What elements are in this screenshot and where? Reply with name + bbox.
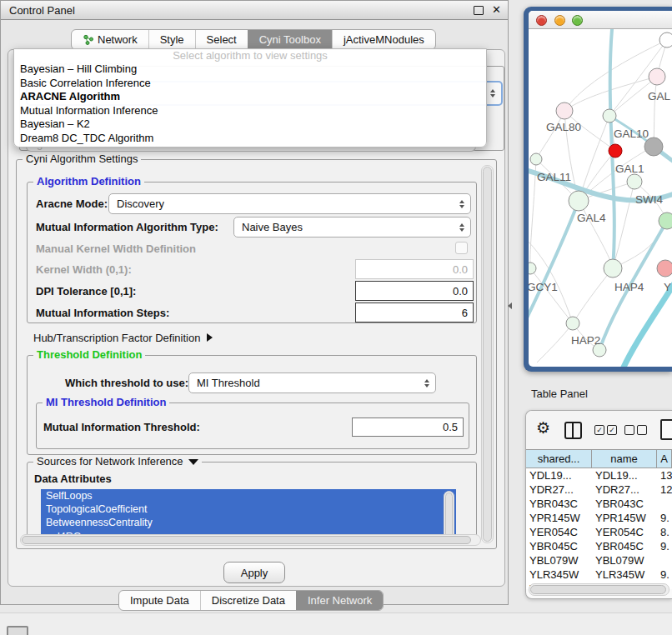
column-header-name[interactable]: name	[592, 450, 657, 468]
node-hap4	[604, 259, 622, 278]
popup-item-bayesian-k2[interactable]: Bayesian – K2	[14, 118, 486, 132]
popup-item-bayesian-hill-climbing[interactable]: Bayesian – Hill Climbing	[14, 62, 486, 77]
table-horizontal-scrollbar[interactable]	[529, 583, 669, 596]
cyni-algorithm-settings-group: Cyni Algorithm Settings Algorithm Defini…	[16, 159, 497, 549]
manual-kernel-checkbox[interactable]	[455, 242, 468, 254]
aracne-mode-combo[interactable]: Discovery	[108, 193, 471, 214]
mi-steps-field[interactable]: 6	[355, 302, 474, 322]
table-row[interactable]: YLR345WYLR345W9.	[526, 568, 672, 582]
node-gal11	[530, 153, 542, 165]
table-row[interactable]: YPR145WYPR145W9.	[526, 511, 672, 525]
sources-group: Sources for Network Inference Data Attri…	[27, 462, 477, 545]
popup-placeholder: Select algorithm to view settings	[14, 49, 486, 62]
node-label: GAL1	[615, 162, 644, 175]
algorithm-dropdown-popup: Select algorithm to view settings Bayesi…	[13, 48, 487, 148]
popup-item-dream8[interactable]: Dream8 DC_TDC Algorithm	[14, 132, 486, 146]
node-label: HAP4	[614, 281, 644, 293]
apply-button[interactable]: Apply	[223, 562, 285, 583]
close-icon[interactable]: ✕	[492, 6, 501, 14]
table-toolbar: ⚙ ✓✓	[526, 411, 672, 449]
hub-factor-expander[interactable]: Hub/Transcription Factor Definition	[33, 332, 213, 344]
table-row[interactable]: YDR27...YDR27...12	[526, 482, 672, 497]
bottom-left-widget[interactable]	[7, 626, 28, 635]
node-label: GAL	[648, 90, 671, 102]
tab-jactivemnodules[interactable]: jActiveMNodules	[332, 30, 435, 49]
tab-style[interactable]: Style	[148, 30, 195, 49]
which-threshold-combo[interactable]: MI Threshold	[188, 372, 436, 393]
mi-threshold-label: Mutual Information Threshold:	[43, 421, 200, 433]
mi-threshold-field[interactable]: 0.5	[352, 418, 464, 437]
combo-spinner-icon	[459, 200, 464, 208]
node-label: GAL4	[577, 212, 606, 224]
combo-spinner-icon	[490, 89, 495, 98]
dpi-tolerance-label: DPI Tolerance [0,1]:	[36, 285, 136, 298]
table-row[interactable]: YDL19...YDL19...13	[526, 468, 672, 482]
table-row[interactable]: YER054CYER054C8.	[526, 525, 672, 539]
node-label: SWI4	[635, 193, 663, 206]
table-row[interactable]: YBL079WYBL079W	[526, 553, 672, 568]
settings-horizontal-scrollbar[interactable]	[20, 534, 481, 546]
bottom-tab-strip: Impute Data Discretize Data Infer Networ…	[118, 590, 384, 611]
tab-cyni-toolbox[interactable]: Cyni Toolbox	[248, 30, 332, 49]
tab-impute-data[interactable]: Impute Data	[119, 591, 200, 610]
node-label: GAL80	[546, 121, 581, 133]
node-label: GCY1	[529, 281, 558, 293]
node	[659, 32, 672, 48]
list-item[interactable]: TopologicalCoefficient	[41, 502, 456, 516]
node-gal4	[569, 191, 589, 211]
settings-vertical-scrollbar[interactable]	[481, 165, 494, 543]
table-body: YDL19...YDL19...13 YDR27...YDR27...12 YB…	[526, 468, 672, 589]
tab-infer-network[interactable]: Infer Network	[296, 591, 383, 610]
float-window-icon[interactable]	[474, 6, 484, 15]
collapsed-arrow-icon	[207, 333, 213, 342]
combo-spinner-icon	[424, 379, 429, 388]
page-icon[interactable]	[660, 419, 672, 440]
column-header-shared-name[interactable]: shared...	[526, 450, 592, 468]
network-canvas[interactable]: GAL GAL80 GAL10 GAL11 GAL1 SWI4 GAL4 GCY…	[529, 29, 672, 367]
threshold-definition-group: Threshold Definition Which threshold to …	[27, 355, 477, 455]
network-icon	[83, 34, 93, 45]
mi-threshold-group: MI Threshold Definition Mutual Informati…	[36, 402, 469, 449]
tab-select[interactable]: Select	[195, 30, 248, 49]
network-window-titlebar	[529, 11, 672, 29]
top-tab-strip: Network Style Select Cyni Toolbox jActiv…	[71, 29, 436, 50]
aracne-mode-label: Aracne Mode:	[36, 198, 108, 210]
table-row[interactable]: YBR043CYBR043C	[526, 497, 672, 511]
expanded-arrow-icon	[188, 459, 198, 465]
popup-item-basic-correlation[interactable]: Basic Correlation Inference	[14, 77, 486, 91]
close-traffic-light-icon[interactable]	[536, 15, 547, 26]
tab-discretize-data[interactable]: Discretize Data	[200, 591, 296, 610]
sources-title[interactable]: Sources for Network Inference	[33, 455, 202, 468]
window-title: Control Panel	[8, 4, 75, 17]
zoom-traffic-light-icon[interactable]	[572, 15, 583, 26]
popup-item-mutual-information[interactable]: Mutual Information Inference	[14, 104, 486, 118]
minimize-traffic-light-icon[interactable]	[554, 15, 565, 26]
control-panel-window: Control Panel ✕ Network Style Select Cyn…	[0, 0, 509, 605]
tab-network[interactable]: Network	[72, 30, 148, 49]
node-hap2	[566, 317, 579, 330]
mi-steps-label: Mutual Information Steps:	[36, 307, 169, 319]
select-all-rows-icon[interactable]: ✓✓	[594, 425, 619, 438]
which-threshold-label: Which threshold to use:	[65, 377, 188, 389]
algorithm-definition-group: Algorithm Definition Aracne Mode: Discov…	[27, 182, 477, 323]
deselect-all-rows-icon[interactable]	[624, 425, 649, 438]
gear-icon[interactable]: ⚙	[536, 418, 550, 437]
splitter-collapse-icon[interactable]	[508, 302, 512, 309]
table-row[interactable]: YBR045CYBR045C9.	[526, 539, 672, 553]
node-label: Y	[664, 281, 671, 293]
node-selected-red	[609, 144, 622, 158]
popup-item-aracne[interactable]: ARACNE Algorithm	[14, 90, 486, 104]
node-salmon	[657, 260, 672, 277]
dpi-tolerance-field[interactable]: 0.0	[355, 281, 474, 301]
network-view-window: GAL GAL80 GAL10 GAL11 GAL1 SWI4 GAL4 GCY…	[524, 7, 672, 372]
mi-algorithm-type-combo[interactable]: Naive Bayes	[233, 217, 471, 238]
list-item[interactable]: SelfLoops	[41, 489, 456, 502]
node-gal10	[603, 109, 616, 122]
manual-kernel-label: Manual Kernel Width Definition	[36, 242, 196, 255]
kernel-width-field[interactable]: 0.0	[355, 259, 474, 279]
network-labels: GAL GAL80 GAL10 GAL11 GAL1 SWI4 GAL4 GCY…	[529, 90, 671, 347]
node-label: GAL11	[537, 171, 571, 183]
columns-icon[interactable]	[564, 422, 582, 439]
column-header-partial[interactable]: A	[657, 450, 672, 468]
list-item[interactable]: BetweennessCentrality	[41, 516, 456, 529]
